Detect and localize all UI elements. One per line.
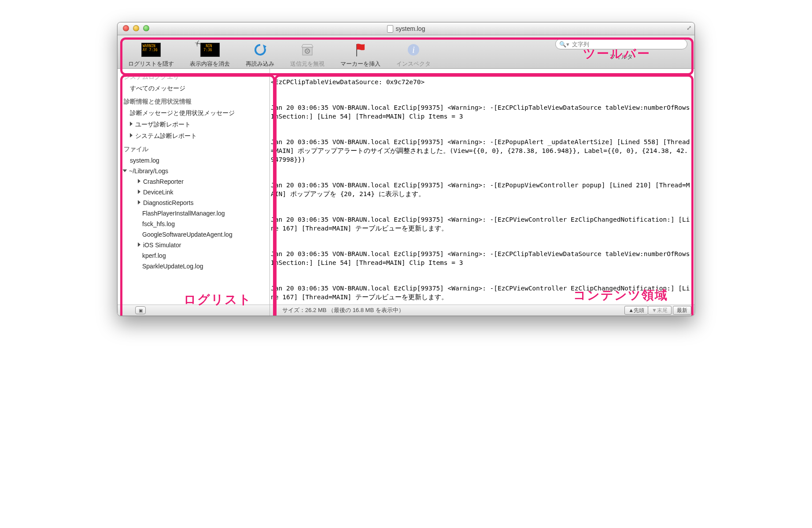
filter-search-field[interactable]: 🔍▾: [555, 39, 687, 49]
sidebar-item-user-reports[interactable]: ユーザ診断レポート: [118, 119, 269, 130]
reload-label: 再読み込み: [246, 60, 274, 68]
hide-log-list-label: ログリストを隠す: [128, 60, 174, 68]
disclosure-icon[interactable]: [138, 179, 140, 183]
titlebar: system.log ⤢: [118, 22, 694, 35]
sidebar-item-library-logs[interactable]: ~/Library/Logs: [118, 166, 269, 176]
status-bar: サイズ：26.2 MB （最後の 16.8 MB を表示中） ▲ 先頭 ▼ 末尾…: [270, 305, 694, 316]
toolbar: WARNINAY 7:36 ログリストを隠す ⛏ NIN 7:36 表示内容を消…: [118, 35, 694, 69]
sidebar-heading-files: ファイル: [118, 142, 269, 155]
log-line: Jan 20 03:06:35 VON-BRAUN.local EzClip[9…: [271, 284, 690, 301]
sidebar-heading-diagnostics: 診断情報と使用状況情報: [118, 94, 269, 108]
info-icon: i: [407, 43, 420, 56]
sidebar-item-devicelink[interactable]: DeviceLink: [118, 187, 269, 197]
sidebar-toggle-button[interactable]: ▣: [135, 306, 146, 314]
flag-icon: [354, 42, 367, 57]
sidebar-item-system-log[interactable]: system.log: [118, 155, 269, 166]
window-title: system.log: [396, 25, 425, 32]
clear-display-label: 表示内容を消去: [190, 60, 230, 68]
sidebar-item-google[interactable]: GoogleSoftwareUpdateAgent.log: [118, 229, 269, 240]
hide-log-list-button[interactable]: WARNINAY 7:36 ログリストを隠す: [120, 37, 182, 68]
sidebar-item-all-messages[interactable]: すべてのメッセージ: [118, 83, 269, 94]
ignore-sender-label: 送信元を無視: [290, 60, 325, 68]
sidebar-item-flash[interactable]: FlashPlayerInstallManager.log: [118, 208, 269, 219]
disclosure-icon[interactable]: [138, 242, 140, 247]
console-window: system.log ⤢ WARNINAY 7:36 ログリストを隠す ⛏ NI…: [117, 22, 695, 316]
log-line: Jan 20 03:06:35 VON-BRAUN.local EzClip[9…: [271, 249, 690, 267]
disclosure-icon[interactable]: [122, 170, 127, 172]
sidebar-heading-queries: システムログクエリ: [118, 70, 269, 83]
traffic-lights: [123, 25, 149, 31]
reload-icon: [254, 43, 267, 56]
disclosure-icon[interactable]: [138, 190, 140, 194]
ignore-sender-button: 送信元を無視: [282, 37, 332, 68]
inspector-button: i インスペクタ: [388, 37, 439, 68]
nav-latest-button[interactable]: 最新: [673, 306, 691, 315]
sidebar-item-crashreporter[interactable]: CrashReporter: [118, 176, 269, 187]
filter-label: フィルタ: [610, 53, 633, 61]
sidebar-item-kperf[interactable]: kperf.log: [118, 250, 269, 261]
clear-display-button[interactable]: ⛏ NIN 7:36 表示内容を消去: [182, 37, 238, 68]
sidebar-footer: ▣: [118, 305, 269, 316]
sidebar-item-system-reports[interactable]: システム診断レポート: [118, 130, 269, 142]
sidebar-item-diag-messages[interactable]: 診断メッセージと使用状況メッセージ: [118, 108, 269, 119]
nav-bottom-button[interactable]: ▼ 末尾: [648, 306, 672, 315]
sidebar-item-sparkle[interactable]: SparkleUpdateLog.log: [118, 261, 269, 271]
search-icon: 🔍▾: [559, 41, 569, 48]
svg-text:i: i: [412, 45, 415, 55]
log-line: <EzCPClipTableViewDataSource: 0x9c72e70>: [271, 78, 690, 86]
trash-box-icon: [300, 43, 315, 57]
disclosure-icon[interactable]: [130, 133, 133, 138]
zoom-icon[interactable]: [143, 25, 149, 31]
sidebar-item-diagnosticreports[interactable]: DiagnosticReports: [118, 197, 269, 208]
content-area: <EzCPClipTableViewDataSource: 0x9c72e70>…: [270, 69, 694, 316]
nav-top-button[interactable]: ▲ 先頭: [624, 306, 648, 315]
insert-marker-label: マーカーを挿入: [340, 60, 380, 68]
close-icon[interactable]: [123, 25, 129, 31]
log-line: Jan 20 03:06:35 VON-BRAUN.local EzClip[9…: [271, 138, 690, 164]
insert-marker-button[interactable]: マーカーを挿入: [332, 37, 388, 68]
inspector-label: インスペクタ: [396, 60, 431, 68]
log-line: Jan 20 03:06:35 VON-BRAUN.local EzClip[9…: [271, 215, 690, 233]
disclosure-icon[interactable]: [130, 122, 133, 126]
search-input[interactable]: [571, 41, 683, 48]
status-info: サイズ：26.2 MB （最後の 16.8 MB を表示中）: [273, 306, 624, 314]
log-line: Jan 20 03:06:35 VON-BRAUN.local EzClip[9…: [271, 181, 690, 198]
log-line: Jan 20 03:06:35 VON-BRAUN.local EzClip[9…: [271, 103, 690, 121]
sidebar-item-ios-simulator[interactable]: iOS Simulator: [118, 240, 269, 250]
minimize-icon[interactable]: [133, 25, 139, 31]
log-list-sidebar: システムログクエリ すべてのメッセージ 診断情報と使用状況情報 診断メッセージと…: [118, 69, 270, 316]
resize-icon[interactable]: ⤢: [687, 24, 692, 31]
log-content[interactable]: <EzCPClipTableViewDataSource: 0x9c72e70>…: [270, 69, 694, 305]
sidebar-item-fsck[interactable]: fsck_hfs.log: [118, 219, 269, 229]
reload-button[interactable]: 再読み込み: [238, 37, 282, 68]
document-icon: [387, 25, 393, 33]
disclosure-icon[interactable]: [138, 200, 140, 205]
